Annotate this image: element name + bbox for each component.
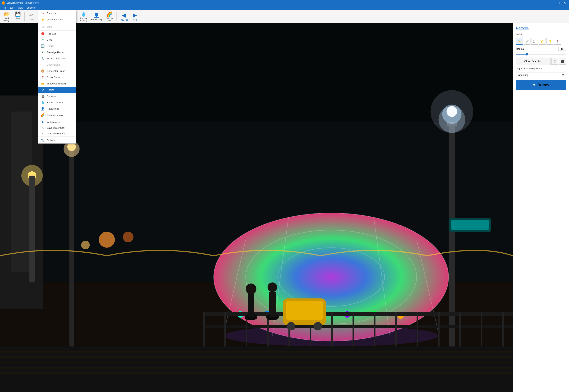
menu-item-smudge-brush[interactable]: 🖌 Smudge Brush <box>38 49 76 55</box>
eraser-tool-button[interactable]: 🩹 <box>524 38 530 45</box>
options-label: Options <box>47 139 55 142</box>
close-button[interactable]: ✕ <box>562 0 568 6</box>
menu-item-reduce-blurring[interactable]: 💧 Reduce blurring <box>38 99 76 106</box>
add-file-button[interactable]: 📂 Add File(s)... <box>1 11 12 23</box>
svg-point-23 <box>430 90 473 133</box>
stamp-icon: 📍 <box>556 40 559 43</box>
menu-item-concealer-brush[interactable]: 🎨 Concealer Brush <box>38 68 76 74</box>
save-as-label: Save as... <box>15 17 20 22</box>
rotate-icon: 🔄 <box>41 44 45 48</box>
save-as-button[interactable]: 💾 Save as... <box>13 11 23 23</box>
options-icon: 🔧 <box>41 139 45 142</box>
canvas-area[interactable] <box>0 23 513 392</box>
toolbar-separator-1 <box>24 12 25 21</box>
svg-point-26 <box>67 142 76 151</box>
next-label: Next <box>133 19 137 21</box>
menu-item-clone-stamp[interactable]: 📍 Clone Stamp <box>38 74 76 81</box>
rotate-label: Rotate <box>47 45 54 47</box>
reduce-blurring-toolbar-button[interactable]: 💧 Reduce blurring <box>79 11 89 23</box>
svg-point-53 <box>246 283 256 294</box>
colorize-photo-menu-label: Colorize photo <box>47 114 63 116</box>
radius-slider[interactable] <box>516 54 566 55</box>
undo-label: Undo <box>28 18 34 21</box>
select-all-icon: ⬚ <box>554 59 556 63</box>
restore-button[interactable]: □ <box>556 0 561 6</box>
lasso-tool-button[interactable]: 🪝 <box>539 38 546 45</box>
tools-label: Tools <box>516 33 566 35</box>
toolbar: 📂 Add File(s)... 💾 Save as... ↩ Undo ↪ R… <box>0 10 569 23</box>
menu-selection[interactable]: Selection <box>25 6 38 10</box>
svg-point-62 <box>123 232 134 242</box>
menu-item-rotate[interactable]: 🔄 Rotate <box>38 43 76 49</box>
menu-item-image-correction[interactable]: ☀️ Image Correction <box>38 81 76 87</box>
colorize-photo-menu-icon: 🌈 <box>41 113 45 117</box>
red-eye-icon: 🔴 <box>41 32 45 35</box>
remove-arrow-icon: ➡ <box>532 83 536 87</box>
menu-item-scratch-remover[interactable]: 🔧 Scratch Remover <box>38 55 76 62</box>
clear-selection-button[interactable]: Clear Selection <box>516 57 551 65</box>
titlebar-controls[interactable]: ─ □ ✕ <box>550 0 568 6</box>
save-as-icon: 💾 <box>15 12 21 17</box>
menu-item-load-watermark[interactable]: A̲ Load Watermark <box>38 131 76 136</box>
stop-label: Stop <box>47 25 52 28</box>
remove-button-label: Remove <box>538 83 549 86</box>
app-logo: 🔶 <box>1 1 5 5</box>
remove-menu-icon: ✂ <box>41 12 45 15</box>
concealer-brush-icon: 🎨 <box>41 69 45 73</box>
previous-button[interactable]: ◀ Previous <box>118 11 129 22</box>
watermarks-label: Watermarks <box>47 121 60 124</box>
menu-item-options[interactable]: 🔧 Options <box>38 137 76 143</box>
invert-selection-button[interactable]: ⬛ <box>559 58 566 65</box>
menu-item-colorize-photo[interactable]: 🌈 Colorize photo <box>38 112 76 118</box>
menu-item-denoise[interactable]: ▦ Denoise <box>38 93 76 99</box>
crop-icon: ✂ <box>41 38 45 42</box>
colorize-photo-icon: 🌈 <box>107 12 112 17</box>
minimize-button[interactable]: ─ <box>550 0 555 6</box>
menu-edit[interactable]: Edit <box>8 6 16 10</box>
denoise-menu-icon: ▦ <box>41 94 45 98</box>
menu-item-crop[interactable]: ✂ Crop <box>38 37 76 43</box>
magic-wand-tool-button[interactable]: ✨ <box>546 38 553 45</box>
menu-item-retouching[interactable]: 👤 Retouching <box>38 106 76 112</box>
brush-tool-button[interactable]: ✏️ <box>516 38 523 45</box>
right-panel: Remove Tools ✏️ 🩹 ⬚ 🪝 ✨ 📍 Rad <box>513 23 569 392</box>
resize-icon: ⤢ <box>41 88 45 92</box>
object-removing-mode-select[interactable]: Inpainting Content Aware Smart Fill <box>516 72 566 78</box>
colorize-photo-toolbar-button[interactable]: 🌈 Colorize photo <box>104 11 115 23</box>
reduce-blurring-icon: 💧 <box>81 12 87 17</box>
menu-separator-1 <box>38 23 76 23</box>
undo-icon: ↩ <box>29 13 33 18</box>
remove-button[interactable]: ➡ Remove <box>516 80 566 90</box>
menu-item-quick-remove[interactable]: ⚡ Quick Remove <box>38 16 76 23</box>
undo-button[interactable]: ↩ Undo <box>26 12 36 21</box>
clone-stamp-label: Clone Stamp <box>47 76 61 79</box>
scratch-remover-icon: 🔧 <box>41 57 45 60</box>
crop-label: Crop <box>47 38 52 41</box>
retouching-toolbar-button[interactable]: 👤 Retouching <box>90 12 103 21</box>
undo-brush-label: Undo Brush <box>47 63 60 66</box>
next-icon: ▶ <box>133 12 137 18</box>
stop-icon: ⊘ <box>41 25 45 28</box>
rect-select-tool-button[interactable]: ⬚ <box>531 38 538 45</box>
quick-remove-icon: ⚡ <box>41 18 45 21</box>
image-correction-icon: ☀️ <box>41 82 45 85</box>
menu-item-resize[interactable]: ⤢ Resize <box>38 87 76 93</box>
colorize-photo-label: Colorize photo <box>106 17 113 22</box>
menu-item-remove[interactable]: ✂ Remove <box>38 10 76 16</box>
retouching-menu-icon: 👤 <box>41 107 45 111</box>
radius-value-input[interactable] <box>558 47 566 51</box>
next-button[interactable]: ▶ Next <box>130 11 140 22</box>
svg-point-60 <box>314 322 322 330</box>
menu-item-red-eye[interactable]: 🔴 Red Eye <box>38 31 76 37</box>
svg-point-56 <box>267 282 277 292</box>
reduce-blurring-menu-label: Reduce blurring <box>47 101 64 104</box>
menu-item-watermarks[interactable]: A Watermarks <box>38 119 76 125</box>
select-all-button[interactable]: ⬚ <box>552 58 558 65</box>
denoise-menu-label: Denoise <box>47 95 56 98</box>
menu-file[interactable]: File <box>1 6 8 10</box>
menu-view[interactable]: View <box>16 6 25 10</box>
clear-selection-row: Clear Selection ⬚ ⬛ <box>516 57 566 65</box>
stamp-tool-button[interactable]: 📍 <box>554 38 561 45</box>
menu-item-save-watermark[interactable]: A̲ Save Watermark <box>38 125 76 131</box>
menu-item-stop: ⊘ Stop <box>38 24 76 30</box>
